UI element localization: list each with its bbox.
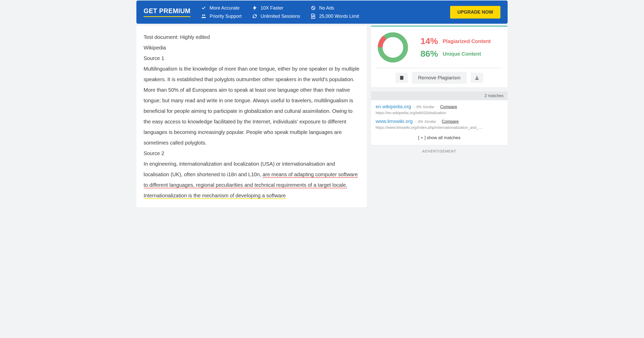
bolt-icon xyxy=(252,5,258,11)
feature-unlimited: Unlimited Sessions xyxy=(252,13,300,19)
doc-line: Source 2 xyxy=(144,148,360,159)
doc-line: Wikipedia xyxy=(144,43,360,53)
feature-label: Unlimited Sessions xyxy=(261,14,300,19)
feature-label: Priority Support xyxy=(210,14,242,19)
svg-point-0 xyxy=(202,14,203,16)
match-item: www.limswiki.org - 3% Similar Compare ht… xyxy=(376,119,503,130)
check-icon xyxy=(201,5,207,11)
compare-link[interactable]: Compare xyxy=(442,119,459,124)
users-icon xyxy=(201,13,207,19)
svg-line-4 xyxy=(312,7,315,10)
feature-label: 25,000 Words Limit xyxy=(319,14,359,19)
book-icon xyxy=(399,75,404,80)
highlighted-span: Internationalization is the mechanism of… xyxy=(144,193,286,199)
compare-link[interactable]: Compare xyxy=(440,105,457,109)
report-button[interactable] xyxy=(395,73,408,83)
match-item: en.wikipedia.org - 3% Similar Compare ht… xyxy=(376,104,503,115)
feature-label: 10X Faster xyxy=(261,5,283,11)
match-domain-link[interactable]: www.limswiki.org xyxy=(376,119,413,124)
match-similarity: - 3% Similar xyxy=(414,105,434,109)
svg-point-1 xyxy=(204,14,205,16)
plagiarized-percent: 14% xyxy=(415,36,438,46)
refresh-icon xyxy=(252,13,258,19)
unique-percent: 86% xyxy=(415,49,438,59)
match-url: https://www.limswiki.org/index.php/Inter… xyxy=(376,125,503,130)
feature-faster: 10X Faster xyxy=(252,5,300,11)
donut-chart xyxy=(376,31,410,64)
feature-accurate: More Accurate xyxy=(201,5,242,11)
svg-marker-2 xyxy=(253,5,257,11)
doc-line: Source 1 xyxy=(144,53,360,64)
unique-label: Unique Content xyxy=(443,51,481,57)
feature-wordlimit: 25,000 Words Limit xyxy=(310,13,359,19)
matches-count: 2 matches xyxy=(371,91,508,100)
match-list: en.wikipedia.org - 3% Similar Compare ht… xyxy=(371,100,508,145)
match-similarity: - 3% Similar xyxy=(415,119,436,124)
divider xyxy=(376,68,502,68)
feature-priority: Priority Support xyxy=(201,13,242,19)
plagiarized-label: Plagiarized Content xyxy=(443,38,491,44)
feature-label: No Ads xyxy=(319,5,334,11)
doc-line: Test document: Highly edited xyxy=(144,32,360,43)
ban-icon xyxy=(310,5,316,11)
score-card: 14% Plagiarized Content 86% Unique Conte… xyxy=(371,26,508,87)
match-domain-link[interactable]: en.wikipedia.org xyxy=(376,104,411,109)
match-url: https://en.wikipedia.org/wiki/Globalizat… xyxy=(376,111,503,115)
document-panel: Test document: Highly edited Wikipedia S… xyxy=(136,26,367,207)
doc-paragraph: Multilingualism is the knowledge of more… xyxy=(144,64,360,148)
remove-plagiarism-button[interactable]: Remove Plagiarism xyxy=(412,72,467,84)
results-panel: 14% Plagiarized Content 86% Unique Conte… xyxy=(371,26,508,153)
doc-paragraph: In engineering, internationalization and… xyxy=(144,159,360,201)
upgrade-button[interactable]: UPGRADE NOW xyxy=(450,6,500,19)
feature-noads: No Ads xyxy=(310,5,359,11)
document-icon xyxy=(310,13,316,19)
premium-features: More Accurate Priority Support 10X Faste… xyxy=(201,5,450,19)
feature-label: More Accurate xyxy=(210,5,240,11)
premium-title: GET PREMIUM xyxy=(144,7,191,17)
download-icon xyxy=(474,75,480,80)
premium-banner: GET PREMIUM More Accurate Priority Suppo… xyxy=(136,1,508,24)
show-all-matches[interactable]: [ + ] show all matches xyxy=(376,133,503,142)
download-button[interactable] xyxy=(471,73,483,83)
advertisement-label: ADVERTISEMENT xyxy=(371,149,508,153)
